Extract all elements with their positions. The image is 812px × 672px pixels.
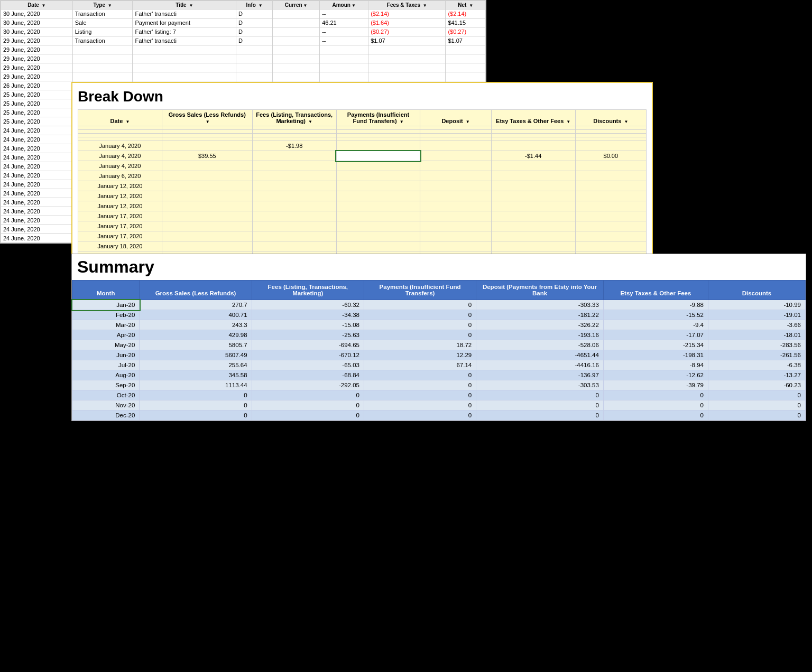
col-header-fees-taxes[interactable]: Fees & Taxes ▼ (368, 1, 446, 10)
bg-cell: -- (320, 36, 368, 45)
bg-cell: 24 June, 2020 (1, 144, 73, 153)
breakdown-cell (162, 141, 252, 151)
summary-cell: 5805.7 (140, 340, 252, 350)
bg-cell (368, 54, 446, 63)
bd-col-discounts[interactable]: Discounts ▼ (575, 110, 646, 126)
breakdown-cell (491, 126, 575, 130)
summary-cell: -326.22 (476, 320, 604, 330)
bg-cell (320, 72, 368, 81)
breakdown-cell (162, 134, 252, 137)
bd-discounts-dropdown-icon[interactable]: ▼ (624, 119, 628, 124)
summary-cell: 0 (140, 400, 252, 410)
bg-cell: 29 June, 2020 (1, 63, 73, 72)
breakdown-cell (575, 181, 646, 191)
net-dropdown-icon[interactable]: ▼ (469, 3, 473, 8)
breakdown-cell (252, 151, 336, 161)
col-header-currency[interactable]: Curren▼ (273, 1, 320, 10)
breakdown-cell (252, 241, 336, 251)
summary-cell: -6.38 (708, 360, 805, 370)
bg-cell: 29 June, 2020 (1, 54, 73, 63)
col-header-title[interactable]: Title ▼ (133, 1, 236, 10)
sum-col-gross[interactable]: Gross Sales (Less Refunds) (140, 281, 252, 300)
bd-deposit-dropdown-icon[interactable]: ▼ (466, 119, 470, 124)
bg-cell (368, 72, 446, 81)
bd-col-deposit[interactable]: Deposit ▼ (420, 110, 491, 126)
sum-col-fees[interactable]: Fees (Listing, Transactions, Marketing) (252, 281, 364, 300)
summary-cell: -12.62 (603, 370, 708, 380)
summary-cell: May-20 (72, 340, 140, 350)
bd-gross-dropdown-icon[interactable]: ▼ (206, 119, 210, 124)
sum-col-month[interactable]: Month (72, 281, 140, 300)
summary-cell: -9.4 (603, 320, 708, 330)
breakdown-cell (575, 137, 646, 141)
sum-col-deposit[interactable]: Deposit (Payments from Etsty into Your B… (476, 281, 604, 300)
bg-cell: 25 June, 2020 (1, 99, 73, 108)
sum-col-discounts[interactable]: Discounts (708, 281, 805, 300)
date-dropdown-icon[interactable]: ▼ (42, 3, 46, 8)
bg-cell (446, 72, 486, 81)
col-header-info[interactable]: Info ▼ (236, 1, 273, 10)
col-header-date[interactable]: Date ▼ (1, 1, 73, 10)
amount-dropdown-icon[interactable]: ▼ (352, 3, 356, 8)
summary-cell: -4416.16 (476, 360, 604, 370)
breakdown-cell (252, 161, 336, 171)
summary-cell: 0 (140, 410, 252, 421)
summary-cell: 0 (476, 410, 604, 421)
bg-cell (446, 63, 486, 72)
col-header-type[interactable]: Type ▼ (72, 1, 133, 10)
currency-dropdown-icon[interactable]: ▼ (303, 3, 308, 8)
breakdown-cell: -$1.98 (252, 141, 336, 151)
bd-date-dropdown-icon[interactable]: ▼ (125, 119, 130, 124)
sum-col-etsy[interactable]: Etsy Taxes & Other Fees (603, 281, 708, 300)
bg-cell: Sale (72, 18, 133, 27)
breakdown-cell (491, 211, 575, 221)
col-header-amount[interactable]: Amoun▼ (320, 1, 368, 10)
type-dropdown-icon[interactable]: ▼ (108, 3, 112, 8)
breakdown-cell (575, 231, 646, 241)
title-dropdown-icon[interactable]: ▼ (189, 3, 193, 8)
bd-col-gross[interactable]: Gross Sales (Less Refunds) ▼ (162, 110, 252, 126)
breakdown-cell (420, 171, 491, 181)
breakdown-cell (252, 211, 336, 221)
breakdown-cell (420, 201, 491, 211)
summary-cell: 0 (708, 390, 805, 400)
bd-payments-dropdown-icon[interactable]: ▼ (400, 119, 404, 124)
bg-cell: 24 June, 2020 (1, 153, 73, 162)
bd-col-etsy-taxes[interactable]: Etsy Taxes & Other Fees ▼ (491, 110, 575, 126)
bd-fees-dropdown-icon[interactable]: ▼ (308, 119, 312, 124)
bd-col-fees[interactable]: Fees (Listing, Transactions, Marketing) … (252, 110, 336, 126)
breakdown-cell: -$1.44 (491, 151, 575, 161)
fees-taxes-dropdown-icon[interactable]: ▼ (423, 3, 427, 8)
breakdown-cell (252, 171, 336, 181)
bg-cell: $1.07 (446, 36, 486, 45)
bg-cell: 30 June, 2020 (1, 18, 73, 27)
summary-cell: -17.07 (603, 330, 708, 340)
breakdown-cell (420, 126, 491, 130)
bg-cell: 26 June, 2020 (1, 81, 73, 90)
breakdown-cell: January 12, 2020 (78, 181, 162, 191)
summary-cell: -181.22 (476, 310, 604, 320)
breakdown-cell (491, 241, 575, 251)
bg-cell (72, 45, 133, 54)
bd-etsy-dropdown-icon[interactable]: ▼ (566, 119, 570, 124)
breakdown-cell (252, 181, 336, 191)
bg-cell: -- (320, 10, 368, 18)
breakdown-cell (336, 137, 420, 141)
breakdown-cell (162, 126, 252, 130)
bg-cell: 24 June, 2020 (1, 171, 73, 180)
info-dropdown-icon[interactable]: ▼ (259, 3, 263, 8)
bg-cell: ($1.64) (368, 18, 446, 27)
breakdown-cell (420, 137, 491, 141)
bd-col-payments[interactable]: Payments (Insufficient Fund Transfers) ▼ (336, 110, 420, 126)
sum-col-payments[interactable]: Payments (Insufficient Fund Transfers) (364, 281, 476, 300)
bg-cell (368, 63, 446, 72)
bg-cell (72, 63, 133, 72)
summary-cell: -13.27 (708, 370, 805, 380)
summary-cell: 0 (140, 390, 252, 400)
summary-cell: 345.58 (140, 370, 252, 380)
breakdown-cell (575, 130, 646, 134)
bd-col-date[interactable]: Date ▼ (78, 110, 162, 126)
col-header-net[interactable]: Net ▼ (446, 1, 486, 10)
breakdown-cell (420, 231, 491, 241)
summary-cell: -261.56 (708, 350, 805, 360)
